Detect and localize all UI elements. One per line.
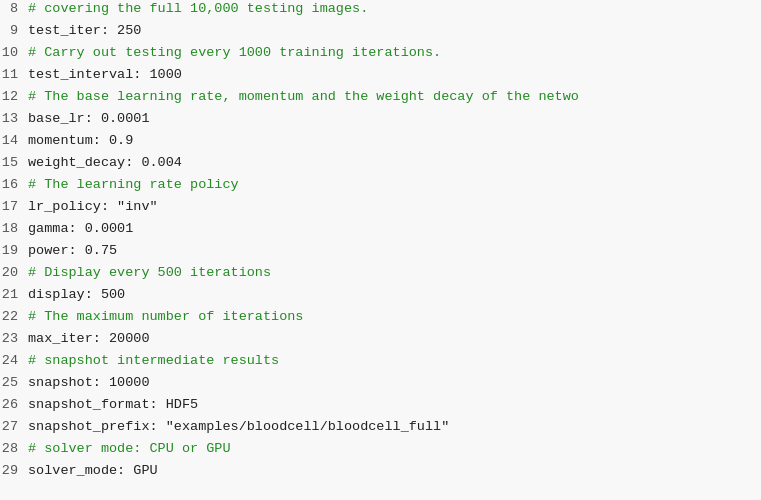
line-number: 25 [0, 375, 28, 390]
line-content: test_iter: 250 [28, 23, 141, 38]
line-number: 8 [0, 1, 28, 16]
line-number: 15 [0, 155, 28, 170]
line-number: 20 [0, 265, 28, 280]
line-number: 24 [0, 353, 28, 368]
line-content: snapshot: 10000 [28, 375, 150, 390]
line-content: gamma: 0.0001 [28, 221, 133, 236]
line-content: # solver mode: CPU or GPU [28, 441, 231, 456]
line-number: 9 [0, 23, 28, 38]
code-line: 9test_iter: 250 [0, 22, 761, 44]
code-line: 8# covering the full 10,000 testing imag… [0, 0, 761, 22]
line-content: # The maximum number of iterations [28, 309, 303, 324]
line-number: 10 [0, 45, 28, 60]
code-line: 19power: 0.75 [0, 242, 761, 264]
code-line: 26snapshot_format: HDF5 [0, 396, 761, 418]
code-line: 13base_lr: 0.0001 [0, 110, 761, 132]
code-line: 23max_iter: 20000 [0, 330, 761, 352]
code-line: 16# The learning rate policy [0, 176, 761, 198]
line-content: # Display every 500 iterations [28, 265, 271, 280]
code-line: 15weight_decay: 0.004 [0, 154, 761, 176]
code-line: 14momentum: 0.9 [0, 132, 761, 154]
line-number: 13 [0, 111, 28, 126]
line-content: display: 500 [28, 287, 125, 302]
code-line: 18gamma: 0.0001 [0, 220, 761, 242]
line-content: max_iter: 20000 [28, 331, 150, 346]
line-number: 28 [0, 441, 28, 456]
line-number: 14 [0, 133, 28, 148]
code-line: 10# Carry out testing every 1000 trainin… [0, 44, 761, 66]
line-content: power: 0.75 [28, 243, 117, 258]
line-content: # Carry out testing every 1000 training … [28, 45, 441, 60]
code-viewer: 8# covering the full 10,000 testing imag… [0, 0, 761, 500]
code-line: 22# The maximum number of iterations [0, 308, 761, 330]
line-number: 16 [0, 177, 28, 192]
line-content: # The base learning rate, momentum and t… [28, 89, 579, 104]
line-content: # snapshot intermediate results [28, 353, 279, 368]
line-number: 21 [0, 287, 28, 302]
code-line: 28# solver mode: CPU or GPU [0, 440, 761, 462]
code-line: 25snapshot: 10000 [0, 374, 761, 396]
code-line: 29solver_mode: GPU [0, 462, 761, 484]
line-content: weight_decay: 0.004 [28, 155, 182, 170]
line-content: base_lr: 0.0001 [28, 111, 150, 126]
line-content: snapshot_prefix: "examples/bloodcell/blo… [28, 419, 449, 434]
line-number: 18 [0, 221, 28, 236]
line-number: 11 [0, 67, 28, 82]
line-content: # covering the full 10,000 testing image… [28, 1, 368, 16]
line-number: 27 [0, 419, 28, 434]
line-content: momentum: 0.9 [28, 133, 133, 148]
code-line: 21display: 500 [0, 286, 761, 308]
code-line: 20# Display every 500 iterations [0, 264, 761, 286]
code-line: 27snapshot_prefix: "examples/bloodcell/b… [0, 418, 761, 440]
line-number: 17 [0, 199, 28, 214]
code-line: 24# snapshot intermediate results [0, 352, 761, 374]
line-number: 12 [0, 89, 28, 104]
line-number: 23 [0, 331, 28, 346]
line-number: 22 [0, 309, 28, 324]
line-number: 26 [0, 397, 28, 412]
line-number: 29 [0, 463, 28, 478]
code-line: 12# The base learning rate, momentum and… [0, 88, 761, 110]
line-content: solver_mode: GPU [28, 463, 158, 478]
line-content: lr_policy: "inv" [28, 199, 158, 214]
line-content: test_interval: 1000 [28, 67, 182, 82]
line-content: # The learning rate policy [28, 177, 239, 192]
line-number: 19 [0, 243, 28, 258]
line-content: snapshot_format: HDF5 [28, 397, 198, 412]
code-line: 17lr_policy: "inv" [0, 198, 761, 220]
code-line: 11test_interval: 1000 [0, 66, 761, 88]
